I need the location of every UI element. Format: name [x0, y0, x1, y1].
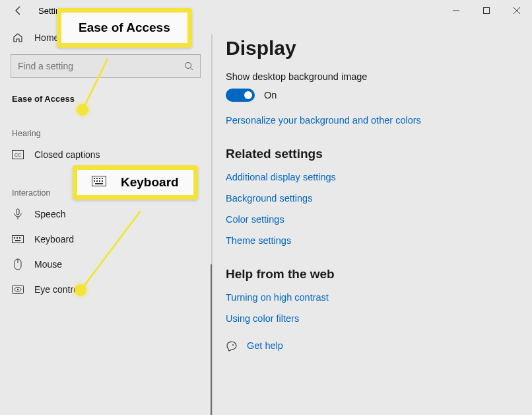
- svg-rect-28: [95, 183, 103, 184]
- link-color-settings[interactable]: Color settings: [226, 214, 517, 225]
- svg-rect-20: [94, 178, 95, 179]
- svg-rect-8: [13, 236, 24, 243]
- svg-point-18: [232, 344, 234, 346]
- eye-control-icon: [12, 283, 24, 295]
- svg-rect-24: [94, 180, 95, 182]
- back-button[interactable]: [11, 3, 26, 19]
- svg-point-2: [185, 63, 191, 69]
- mouse-icon: [12, 258, 24, 270]
- bg-image-toggle[interactable]: [226, 89, 255, 102]
- svg-rect-25: [96, 180, 98, 182]
- marker-keyboard: [75, 284, 86, 296]
- sidebar-item-keyboard[interactable]: Keyboard: [0, 227, 211, 252]
- callout-ease-label: Ease of Access: [79, 20, 170, 35]
- help-heading: Help from the web: [226, 267, 517, 282]
- svg-rect-6: [17, 209, 19, 215]
- callout-keyboard-icon: [92, 176, 106, 189]
- minimize-button[interactable]: [441, 0, 471, 21]
- svg-rect-22: [99, 178, 100, 179]
- closed-captions-label: Closed captions: [34, 149, 100, 160]
- sidebar-item-speech[interactable]: Speech: [0, 202, 211, 227]
- link-high-contrast[interactable]: Turning on high contrast: [226, 292, 517, 303]
- svg-rect-12: [15, 240, 20, 241]
- group-hearing: Hearing: [0, 125, 211, 142]
- maximize-icon: [483, 7, 490, 14]
- svg-text:CC: CC: [15, 153, 21, 157]
- callout-ease-of-access: Ease of Access: [57, 8, 192, 48]
- mouse-label: Mouse: [34, 259, 62, 270]
- callout-keyboard: Keyboard: [73, 165, 198, 200]
- marker-ease: [77, 104, 88, 116]
- svg-rect-10: [17, 237, 18, 239]
- toggle-state: On: [264, 90, 277, 100]
- home-icon: [12, 32, 24, 44]
- home-label: Home: [34, 32, 59, 43]
- sidebar-heading: Ease of Access: [0, 90, 211, 108]
- link-additional-display[interactable]: Additional display settings: [226, 172, 517, 182]
- svg-rect-11: [19, 237, 20, 239]
- callout-keyboard-label: Keyboard: [121, 175, 179, 190]
- svg-rect-27: [102, 180, 103, 182]
- sidebar: Home Ease of Access Hearing CC Closed ca…: [0, 21, 211, 415]
- search-box[interactable]: [11, 54, 201, 78]
- svg-rect-26: [99, 180, 100, 182]
- svg-rect-23: [102, 178, 103, 179]
- close-icon: [514, 7, 520, 14]
- svg-line-3: [191, 68, 193, 71]
- link-color-filters[interactable]: Using color filters: [226, 313, 517, 324]
- close-button[interactable]: [502, 0, 532, 21]
- microphone-icon: [12, 208, 24, 220]
- sidebar-item-eye-control[interactable]: Eye control: [0, 277, 211, 302]
- personalize-link[interactable]: Personalize your background and other co…: [226, 115, 517, 126]
- link-background-settings[interactable]: Background settings: [226, 193, 517, 204]
- svg-point-17: [17, 289, 18, 290]
- back-icon: [14, 6, 23, 15]
- keyboard-icon: [12, 233, 24, 245]
- link-theme-settings[interactable]: Theme settings: [226, 235, 517, 246]
- svg-rect-9: [14, 237, 15, 239]
- eye-control-label: Eye control: [34, 284, 81, 295]
- maximize-button[interactable]: [471, 0, 502, 21]
- svg-rect-21: [96, 178, 98, 179]
- page-title: Display: [226, 37, 517, 59]
- get-help-icon: [226, 340, 238, 352]
- main-content: Display Show desktop background image On…: [211, 21, 532, 415]
- sidebar-item-closed-captions[interactable]: CC Closed captions: [0, 142, 211, 167]
- keyboard-label: Keyboard: [34, 234, 74, 245]
- closed-captions-icon: CC: [12, 149, 24, 161]
- get-help-link[interactable]: Get help: [247, 340, 283, 351]
- related-heading: Related settings: [226, 147, 517, 161]
- minimize-icon: [453, 7, 459, 14]
- search-icon: [184, 61, 193, 71]
- speech-label: Speech: [34, 209, 65, 219]
- bg-image-label: Show desktop background image: [226, 71, 517, 82]
- svg-rect-1: [484, 8, 490, 14]
